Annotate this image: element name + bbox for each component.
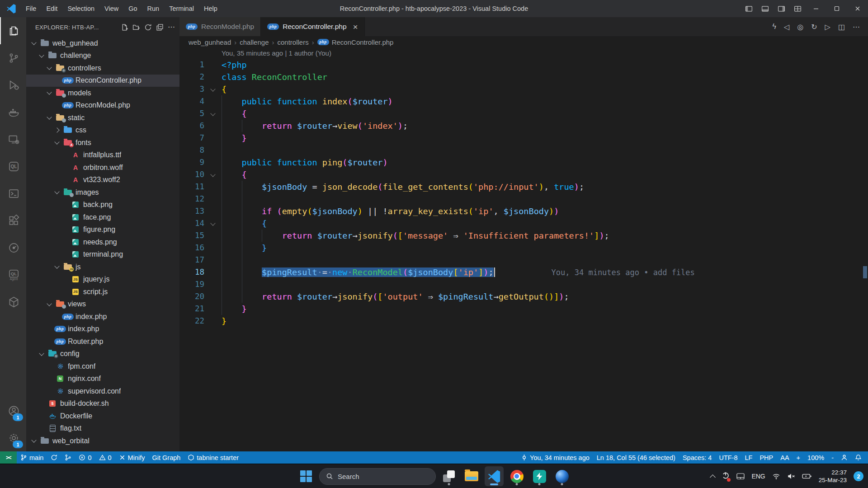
status-font-size-increase[interactable]: + xyxy=(793,451,804,464)
notification-badge[interactable]: 2 xyxy=(854,471,863,481)
toggle-panel-icon[interactable] xyxy=(757,0,773,17)
tree-item-nginx.conf[interactable]: Nnginx.conf xyxy=(26,373,179,385)
tree-item-orbitron.woff[interactable]: Aorbitron.woff xyxy=(26,161,179,174)
tree-item-jquery.js[interactable]: JSjquery.js xyxy=(26,273,179,286)
tree-item-intfallplus.ttf[interactable]: Aintfallplus.ttf xyxy=(26,149,179,162)
status-git-graph-view[interactable] xyxy=(61,451,75,464)
code-line-18[interactable]: 18 $pingResult·=·new·ReconModel($jsonBod… xyxy=(179,266,862,278)
code-line-1[interactable]: 1<?php xyxy=(179,59,862,71)
status-font-size-decrease[interactable]: - xyxy=(828,451,837,464)
code-line-11[interactable]: 11 $jsonBody = json_decode(file_get_cont… xyxy=(179,181,862,193)
tree-item-index.php[interactable]: phpindex.php xyxy=(26,323,179,336)
breadcrumb-item-ReconController.php[interactable]: phpReconController.php xyxy=(317,38,394,46)
stacked-windows-app[interactable] xyxy=(439,466,458,486)
tree-item-build-docker.sh[interactable]: $build-docker.sh xyxy=(26,398,179,410)
customize-layout-icon[interactable] xyxy=(789,0,806,17)
taskbar-clock[interactable]: 22:3725-Mar-23 xyxy=(819,469,847,484)
status-branch[interactable]: main xyxy=(17,451,47,464)
tree-item-ReconModel.php[interactable]: phpReconModel.php xyxy=(26,99,179,112)
code-line-6[interactable]: 6 return $router→view('index'); xyxy=(179,120,862,132)
code-line-9[interactable]: 9 public function ping($router) xyxy=(179,156,862,169)
muted-speaker-icon[interactable] xyxy=(787,472,795,480)
status-remote-indicator[interactable]: >< xyxy=(0,451,17,464)
fold-chevron-icon[interactable] xyxy=(210,86,215,91)
code-line-2[interactable]: 2class ReconController xyxy=(179,71,862,83)
activity-settings[interactable]: 1 xyxy=(0,424,26,451)
tree-item-supervisord.conf[interactable]: supervisord.conf xyxy=(26,385,179,398)
status-notifications[interactable] xyxy=(851,451,865,464)
tree-item-css[interactable]: css xyxy=(26,124,179,137)
tree-item-terminal.png[interactable]: terminal.png xyxy=(26,249,179,261)
touchpad-icon[interactable] xyxy=(736,472,745,480)
code-line-7[interactable]: 7 } xyxy=(179,132,862,144)
tree-item-face.png[interactable]: face.png xyxy=(26,211,179,224)
code-line-20[interactable]: 20 return $router→jsonify(['output' ⇒ $p… xyxy=(179,291,862,303)
tree-item-views[interactable]: views xyxy=(26,298,179,311)
code-line-4[interactable]: 4 public function index($router) xyxy=(179,95,862,108)
tree-item-models[interactable]: models xyxy=(26,87,179,99)
run-icon[interactable]: ▷ xyxy=(825,23,830,31)
tray-expand-icon[interactable] xyxy=(710,474,716,480)
code-line-5[interactable]: 5 { xyxy=(179,108,862,120)
status-font-size-label[interactable]: AA xyxy=(777,451,793,464)
code-line-10[interactable]: 10 { xyxy=(179,169,862,181)
tree-item-static[interactable]: static xyxy=(26,112,179,124)
menu-terminal[interactable]: Terminal xyxy=(164,5,199,12)
code-line-12[interactable]: 12 xyxy=(179,193,862,205)
code-line-8[interactable]: 8 xyxy=(179,144,862,156)
activity-package[interactable] xyxy=(0,288,26,315)
status-git-graph[interactable]: Git Graph xyxy=(148,451,184,464)
status-tabnine[interactable]: tabnine starter xyxy=(184,451,242,464)
more-actions-icon[interactable]: ⋯ xyxy=(853,23,860,31)
tab-ReconModel.php[interactable]: phpReconModel.php xyxy=(179,17,261,36)
menu-file[interactable]: File xyxy=(21,5,41,12)
menu-edit[interactable]: Edit xyxy=(41,5,62,12)
tree-item-needs.png[interactable]: needs.png xyxy=(26,236,179,249)
vscode[interactable] xyxy=(485,466,504,486)
status-encoding[interactable]: UTF-8 xyxy=(715,451,741,464)
tree-item-controllers[interactable]: controllers xyxy=(26,62,179,75)
tree-item-fpm.conf[interactable]: fpm.conf xyxy=(26,360,179,373)
bolt-app[interactable] xyxy=(530,466,549,486)
activity-run-debug[interactable] xyxy=(0,71,26,99)
code-line-16[interactable]: 16 } xyxy=(179,242,862,254)
refresh-explorer-icon[interactable] xyxy=(144,23,152,31)
activity-remote-explorer[interactable] xyxy=(0,126,26,153)
activity-accounts[interactable]: 1 xyxy=(0,397,26,424)
tree-item-ReconController.php[interactable]: phpReconController.php xyxy=(26,75,179,87)
breadcrumb-item-controllers[interactable]: controllers xyxy=(277,38,308,46)
status-indentation[interactable]: Spaces: 4 xyxy=(679,451,716,464)
status-cursor-position[interactable]: Ln 18, Col 55 (46 selected) xyxy=(593,451,679,464)
activity-docker[interactable] xyxy=(0,99,26,126)
toggle-secondary-sidebar-icon[interactable] xyxy=(773,0,789,17)
tree-item-Router.php[interactable]: phpRouter.php xyxy=(26,335,179,348)
activity-source-control[interactable] xyxy=(0,44,26,71)
start-button[interactable] xyxy=(297,466,316,486)
code-line-21[interactable]: 21 } xyxy=(179,303,862,315)
battery-icon[interactable] xyxy=(802,473,812,479)
fold-chevron-icon[interactable] xyxy=(210,221,215,225)
activity-explorer[interactable] xyxy=(0,17,26,44)
maximize-button[interactable] xyxy=(826,0,847,17)
tree-item-back.png[interactable]: back.png xyxy=(26,199,179,211)
keyboard-language[interactable]: ENG xyxy=(751,473,765,480)
search-box[interactable]: Search xyxy=(319,468,436,485)
menu-help[interactable]: Help xyxy=(199,5,222,12)
activity-extensions[interactable] xyxy=(0,207,26,234)
new-folder-icon[interactable] xyxy=(132,23,140,31)
status-minify[interactable]: Minify xyxy=(115,451,149,464)
tree-item-web_gunhead[interactable]: web_gunhead xyxy=(26,37,179,50)
menu-run[interactable]: Run xyxy=(142,5,165,12)
new-file-icon[interactable] xyxy=(121,23,128,31)
split-editor-icon[interactable]: ◫ xyxy=(838,23,845,31)
tree-item-flag.txt[interactable]: flag.txt xyxy=(26,422,179,435)
wifi-icon[interactable] xyxy=(772,472,780,480)
activity-codeql[interactable]: QL xyxy=(0,153,26,180)
sync-file-icon[interactable]: ↻ xyxy=(811,23,817,31)
code-line-13[interactable]: 13 if (empty($jsonBody) || !array_key_ex… xyxy=(179,205,862,217)
code-line-15[interactable]: 15 return $router→jsonify(['message' ⇒ '… xyxy=(179,230,862,242)
tree-item-figure.png[interactable]: figure.png xyxy=(26,224,179,236)
tree-item-script.js[interactable]: JSscript.js xyxy=(26,286,179,298)
status-eol[interactable]: LF xyxy=(741,451,756,464)
minimize-button[interactable] xyxy=(806,0,826,17)
